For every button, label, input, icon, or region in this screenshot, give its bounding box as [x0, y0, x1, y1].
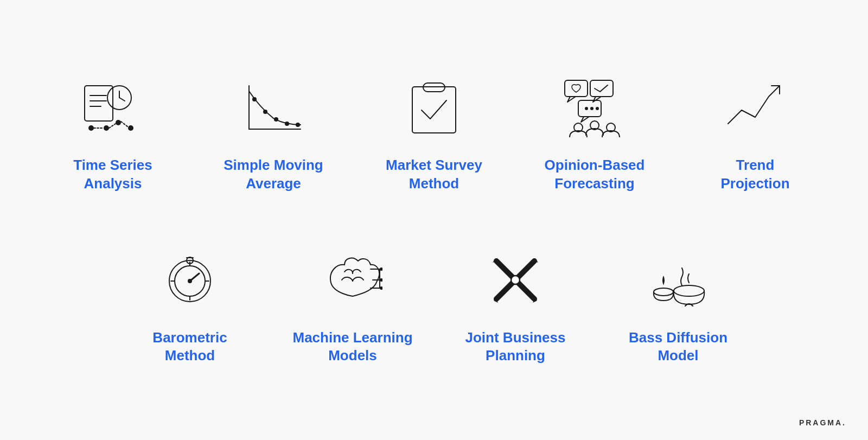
trend-projection-label: TrendProjection: [720, 156, 789, 193]
simple-moving-icon: [241, 75, 306, 140]
bass-diffusion-label: Bass DiffusionModel: [629, 329, 727, 366]
market-survey-label: Market SurveyMethod: [386, 156, 482, 193]
svg-point-9: [104, 125, 109, 131]
svg-rect-25: [590, 80, 613, 97]
svg-point-11: [116, 120, 121, 125]
opinion-based-item: Opinion-BasedForecasting: [514, 64, 675, 204]
opinion-based-label: Opinion-BasedForecasting: [545, 156, 645, 193]
svg-point-20: [296, 123, 300, 127]
svg-point-16: [252, 97, 257, 101]
barometric-icon: [157, 247, 222, 313]
trend-projection-item: TrendProjection: [675, 64, 835, 204]
svg-line-6: [119, 98, 125, 101]
market-survey-icon: [401, 75, 467, 140]
barometric-item: BarometricMethod: [108, 237, 271, 377]
svg-marker-24: [567, 97, 576, 102]
svg-point-42: [188, 279, 192, 283]
bass-diffusion-item: Bass DiffusionModel: [597, 237, 760, 377]
svg-rect-23: [565, 80, 588, 97]
barometric-label: BarometricMethod: [152, 329, 227, 366]
time-series-icon: [80, 75, 145, 140]
simple-moving-item: Simple MovingAverage: [193, 64, 354, 204]
machine-learning-label: Machine LearningModels: [292, 329, 412, 366]
svg-point-18: [274, 117, 278, 122]
pragma-logo: PRAGMA.: [799, 418, 846, 427]
bass-diffusion-icon: [646, 247, 711, 313]
svg-line-12: [121, 122, 128, 127]
svg-point-19: [285, 122, 289, 126]
svg-point-30: [590, 107, 593, 110]
svg-rect-21: [412, 87, 456, 133]
svg-point-60: [654, 288, 673, 296]
svg-point-59: [674, 285, 704, 296]
svg-point-17: [263, 110, 267, 114]
svg-point-13: [128, 125, 133, 131]
svg-point-7: [88, 125, 94, 131]
joint-business-item: Joint BusinessPlanning: [434, 237, 597, 377]
svg-point-29: [585, 107, 588, 110]
opinion-based-icon: [562, 75, 627, 140]
time-series-label: Time SeriesAnalysis: [73, 156, 152, 193]
machine-learning-item: Machine LearningModels: [271, 237, 434, 377]
time-series-item: Time SeriesAnalysis: [33, 64, 193, 204]
svg-point-58: [511, 276, 520, 284]
svg-marker-28: [581, 117, 589, 122]
machine-learning-icon: [320, 247, 385, 313]
trend-projection-icon: [723, 75, 788, 140]
joint-business-label: Joint BusinessPlanning: [465, 329, 566, 366]
svg-point-31: [596, 107, 599, 110]
joint-business-icon: [483, 247, 548, 313]
market-survey-item: Market SurveyMethod: [354, 64, 514, 204]
simple-moving-label: Simple MovingAverage: [224, 156, 323, 193]
svg-line-10: [109, 124, 116, 128]
